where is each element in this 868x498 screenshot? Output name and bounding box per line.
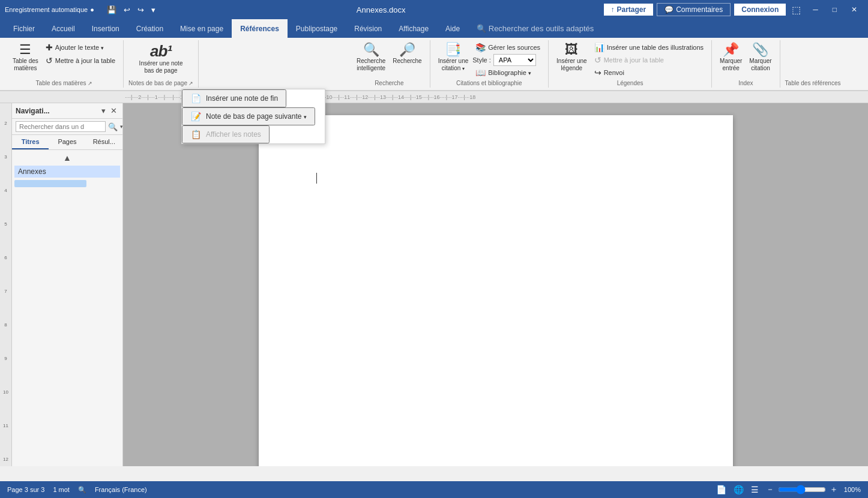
table-matieres-label: Table desmatières — [13, 58, 38, 72]
tab-aide[interactable]: Aide — [437, 19, 468, 38]
tab-publipostage[interactable]: Publipostage — [288, 19, 346, 38]
inserer-table-illus-button[interactable]: 📊 Insérer une table des illustrations — [591, 41, 707, 53]
navigation-panel: Navigati... ▾ ✕ 🔍 ▾ Titres Pages Résul..… — [12, 103, 123, 466]
undo-button[interactable]: ↩ — [121, 4, 133, 16]
tab-revision[interactable]: Révision — [346, 19, 390, 38]
group-notes-items: ab¹ Insérer une notebas de page 📄 Insére… — [136, 41, 186, 79]
zoom-level[interactable]: 100% — [844, 486, 861, 493]
minimize-button[interactable]: ─ — [807, 3, 824, 16]
tab-mise-en-page[interactable]: Mise en page — [172, 19, 232, 38]
ribbon-layout-button[interactable]: ⬚ — [788, 3, 804, 17]
nav-tree-item-annexes[interactable]: Annexes — [14, 166, 120, 178]
share-icon: ↑ — [611, 5, 615, 14]
nav-tab-pages[interactable]: Pages — [49, 135, 85, 149]
group-expand-button[interactable]: ↗ — [88, 80, 92, 86]
view-web-button[interactable]: 🌐 — [732, 484, 745, 496]
style-group: Style : APA MLA Chicago — [472, 54, 543, 66]
notes-label-text: Notes de bas de page — [128, 80, 187, 86]
zoom-in-button[interactable]: ＋ — [828, 483, 839, 496]
close-button[interactable]: ✕ — [845, 3, 863, 16]
group-recherche: 🔍 Rechercheintelligente 🔎 Recherche Rech… — [349, 40, 430, 88]
comments-icon: 💬 — [665, 5, 674, 14]
tab-references[interactable]: Références — [232, 19, 288, 38]
ruler-mark-7b — [1, 300, 11, 317]
recherche-button[interactable]: 🔎 Recherche — [390, 41, 424, 67]
table-matieres-icon: ☰ — [19, 43, 31, 56]
inserer-legende-button[interactable]: 🖼 Insérer unelégende — [553, 41, 590, 74]
bibliographie-button[interactable]: 📖 Bibliographie ▾ — [472, 67, 543, 79]
nav-tab-titres[interactable]: Titres — [12, 135, 49, 149]
language[interactable]: Français (France) — [95, 486, 147, 493]
ruler-mark-6: 6 — [1, 250, 11, 266]
tab-affichage[interactable]: Affichage — [390, 19, 437, 38]
document-page[interactable] — [259, 115, 733, 466]
autosave-toggle[interactable]: ● — [90, 6, 94, 13]
nav-dropdown-button[interactable]: ▾ — [100, 106, 107, 116]
renvoi-icon: ↪ — [594, 68, 601, 77]
citation-label: Insérer unecitation ▾ — [438, 58, 469, 72]
zoom-slider[interactable]: － ＋ — [765, 483, 839, 496]
nav-search-button[interactable]: 🔍 — [108, 122, 118, 131]
more-quick-button[interactable]: ▾ — [148, 4, 158, 16]
ruler-mark-5: 5 — [1, 216, 11, 233]
redo-button[interactable]: ↪ — [134, 4, 147, 16]
ruler-mark-6b — [1, 266, 11, 283]
zoom-range[interactable] — [778, 485, 826, 494]
statusbar-right: 📄 🌐 ☰ － ＋ 100% — [715, 483, 861, 496]
note-suivante-label: Note de bas de page suivante ▾ — [206, 112, 307, 121]
statusbar: Page 3 sur 3 1 mot 🔍 Français (France) 📄… — [0, 481, 868, 498]
recherche-label-text: Recherche — [375, 80, 403, 86]
connexion-button[interactable]: Connexion — [734, 4, 786, 16]
recherche-icon: 🔎 — [399, 43, 415, 56]
gerer-sources-button[interactable]: 📚 Gérer les sources — [472, 41, 543, 53]
nav-close-button[interactable]: ✕ — [109, 106, 119, 116]
note-bas-label: Insérer une notebas de page — [139, 60, 183, 74]
view-outline-button[interactable]: ☰ — [750, 484, 760, 496]
group-index-items: 📌 Marquerentrée 📎 Marquercitation — [717, 41, 775, 79]
ruler-mark-2b — [1, 132, 11, 149]
group-legendes-items: 🖼 Insérer unelégende 📊 Insérer une table… — [553, 41, 707, 79]
titlebar-left: Enregistrement automatique ● 💾 ↩ ↪ ▾ — [5, 4, 158, 16]
biblio-label: Bibliographie ▾ — [488, 69, 531, 76]
tab-search[interactable]: 🔍 Rechercher des outils adaptés — [468, 19, 602, 38]
page-info[interactable]: Page 3 sur 3 — [7, 486, 44, 493]
note-suivante-icon: 📝 — [190, 112, 201, 121]
ruler-mark-11b — [1, 434, 11, 451]
document-area[interactable] — [123, 103, 868, 466]
word-count[interactable]: 1 mot — [53, 486, 70, 493]
tab-fichier[interactable]: Fichier — [5, 19, 43, 38]
nav-tab-resultats[interactable]: Résul... — [86, 135, 122, 149]
ruler-mark-8: 8 — [1, 317, 11, 334]
inserer-note-bas-button[interactable]: ab¹ Insérer une notebas de page — [136, 41, 186, 76]
dropdown-note-suivante[interactable]: 📝 Note de bas de page suivante ▾ — [182, 107, 315, 125]
maximize-button[interactable]: □ — [827, 3, 843, 16]
ruler-mark-11: 11 — [1, 418, 11, 434]
ribbon-tabs: Fichier Accueil Insertion Création Mise … — [0, 19, 868, 38]
nav-search-input[interactable] — [16, 121, 106, 132]
quicksave-button[interactable]: 💾 — [104, 4, 119, 16]
tab-accueil[interactable]: Accueil — [43, 19, 83, 38]
ribbon: Fichier Accueil Insertion Création Mise … — [0, 19, 868, 91]
ruler-mark-5b — [1, 233, 11, 250]
tab-creation[interactable]: Création — [128, 19, 172, 38]
share-label: Partager — [617, 5, 646, 14]
share-button[interactable]: ↑ Partager — [604, 4, 654, 16]
zoom-out-button[interactable]: － — [765, 483, 776, 496]
inserer-citation-button[interactable]: 📑 Insérer unecitation ▾ — [435, 41, 472, 74]
notes-expand-button[interactable]: ↗ — [188, 80, 193, 86]
recherche-intelligente-button[interactable]: 🔍 Rechercheintelligente — [354, 41, 388, 74]
view-print-button[interactable]: 📄 — [715, 484, 728, 496]
table-matieres-button[interactable]: ☰ Table desmatières — [10, 41, 41, 74]
dropdown-inserer-note-fin[interactable]: 📄 Insérer une note de fin — [182, 89, 286, 107]
maj-table-button[interactable]: ↺ Mettre à jour la table — [43, 55, 118, 67]
marquer-citation-button[interactable]: 📎 Marquercitation — [746, 41, 774, 74]
ajouter-texte-button[interactable]: ✚ Ajouter le texte ▾ — [43, 41, 118, 53]
maj-table-illus-button: ↺ Mettre à jour la table — [591, 54, 707, 66]
renvoi-button[interactable]: ↪ Renvoi — [591, 67, 707, 79]
style-select[interactable]: APA MLA Chicago — [493, 54, 536, 66]
comments-button[interactable]: 💬 Commentaires — [657, 3, 731, 16]
marquer-entree-button[interactable]: 📌 Marquerentrée — [717, 41, 745, 74]
tab-insertion[interactable]: Insertion — [83, 19, 128, 38]
nav-tree-expand-button[interactable]: ▲ — [61, 152, 74, 163]
group-legendes: 🖼 Insérer unelégende 📊 Insérer une table… — [549, 40, 712, 88]
